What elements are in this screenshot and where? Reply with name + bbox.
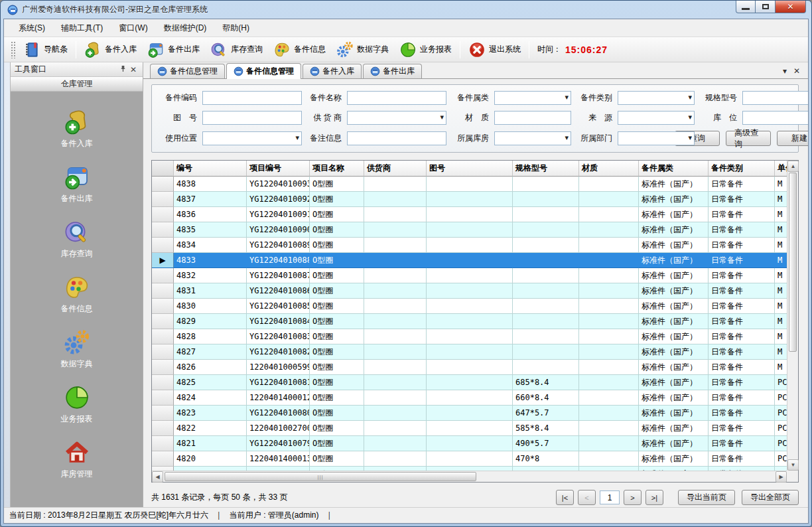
row-selector-cell[interactable] <box>152 222 174 238</box>
row-selector-cell[interactable] <box>152 207 174 222</box>
row-selector-cell[interactable] <box>152 344 174 360</box>
menu-window[interactable]: 窗口(W) <box>111 20 155 37</box>
advanced-query-button[interactable]: 高级查询 <box>726 131 771 146</box>
part-name-input[interactable] <box>347 91 446 105</box>
row-selector-cell[interactable] <box>152 436 174 451</box>
row-selector-cell[interactable] <box>152 192 174 207</box>
menu-data-maintain[interactable]: 数据维护(D) <box>156 20 215 37</box>
row-selector-cell[interactable] <box>152 421 174 436</box>
row-selector-cell[interactable] <box>152 451 174 467</box>
toolbar-part-info-button[interactable]: 备件信息 <box>268 38 331 61</box>
close-button[interactable]: ✕ <box>776 1 806 13</box>
vertical-scrollbar[interactable]: ▲ ▼ <box>787 161 798 471</box>
row-selector-cell[interactable]: ▶ <box>152 253 174 268</box>
drawing-no-input-field[interactable] <box>203 112 301 124</box>
table-row[interactable]: 4825YG12204010081O型圈685*8.4标准件（国产）日常备件PC <box>152 375 787 390</box>
spec-model-select[interactable] <box>742 91 808 105</box>
row-selector-cell[interactable] <box>152 238 174 253</box>
toolbar-part-outbound-button[interactable]: 备件出库 <box>142 38 205 61</box>
next-page-button[interactable]: > <box>624 490 642 505</box>
table-row[interactable]: 4835YG12204010090O型圈标准件（国产）日常备件M <box>152 222 787 238</box>
source-select[interactable] <box>618 111 695 125</box>
toolbar-nav-bar-button[interactable]: 导航条 <box>18 38 73 61</box>
toolbar-data-dictionary-button[interactable]: 数据字典 <box>331 38 394 61</box>
row-selector-cell[interactable] <box>152 390 174 406</box>
stock-location-select[interactable] <box>742 111 808 125</box>
table-row[interactable]: 4829YG12204010084O型圈标准件（国产）日常备件M <box>152 314 787 329</box>
material-input-field[interactable] <box>495 112 571 124</box>
part-code-input-field[interactable] <box>203 92 301 104</box>
table-row[interactable]: 4830YG12204010085O型圈标准件（国产）日常备件M <box>152 299 787 314</box>
department-select[interactable] <box>618 131 695 145</box>
grid-header-8[interactable]: 备件属类 <box>639 161 709 177</box>
tab-close-icon[interactable]: ✕ <box>793 66 800 76</box>
grid-header-4[interactable]: 供货商 <box>364 161 427 177</box>
tab-part-outbound[interactable]: 备件出库 <box>363 64 422 78</box>
row-selector-cell[interactable] <box>152 299 174 314</box>
table-row[interactable]: 48241220401400012O型圈660*8.4标准件（国产）日常备件PC <box>152 390 787 406</box>
grid-header-1[interactable]: 编号 <box>174 161 247 177</box>
table-row[interactable]: 48201220401400013O型圈470*8标准件（国产）日常备件PC <box>152 451 787 467</box>
pin-icon[interactable] <box>117 65 128 74</box>
part-attribute-select[interactable] <box>494 91 571 105</box>
drawing-no-input[interactable] <box>202 111 302 125</box>
grid-header-6[interactable]: 规格型号 <box>513 161 579 177</box>
row-selector-cell[interactable] <box>152 360 174 375</box>
row-selector-cell[interactable] <box>152 314 174 329</box>
grid-header-5[interactable]: 图号 <box>427 161 513 177</box>
vertical-scroll-thumb[interactable] <box>789 173 797 352</box>
grid-header-selector[interactable] <box>152 161 174 177</box>
table-row[interactable]: 4837YG12204010092O型圈标准件（国产）日常备件M <box>152 192 787 207</box>
scroll-left-icon[interactable]: ◀ <box>152 471 163 483</box>
supplier-select[interactable] <box>347 111 446 125</box>
prev-page-button[interactable]: < <box>578 490 596 505</box>
sidebar-item-part-outbound[interactable]: 备件出库 <box>37 164 117 204</box>
row-selector-cell[interactable] <box>152 467 174 471</box>
table-row[interactable]: 4827YG12204010082O型圈标准件（国产）日常备件M <box>152 344 787 360</box>
tab-part-inbound[interactable]: 备件入库 <box>303 64 362 78</box>
sidebar-item-business-report[interactable]: 业务报表 <box>37 384 117 425</box>
scroll-up-icon[interactable]: ▲ <box>787 161 799 172</box>
last-page-button[interactable]: >| <box>645 490 663 505</box>
menu-help[interactable]: 帮助(H) <box>214 20 257 37</box>
sidebar-item-part-inbound[interactable]: 备件入库 <box>37 109 117 149</box>
export-current-page-button[interactable]: 导出当前页 <box>678 490 735 505</box>
part-category-select[interactable] <box>618 91 695 105</box>
table-row[interactable]: 4832YG12204010087O型圈标准件（国产）日常备件M <box>152 268 787 283</box>
row-selector-cell[interactable] <box>152 329 174 344</box>
toolbar-stock-query-button[interactable]: 库存查询 <box>205 38 268 61</box>
create-button[interactable]: 新建 <box>777 131 808 146</box>
row-selector-cell[interactable] <box>152 177 174 192</box>
grid-header-3[interactable]: 项目名称 <box>310 161 364 177</box>
menu-system[interactable]: 系统(S) <box>11 20 53 37</box>
tab-part-info-management-2[interactable]: 备件信息管理 <box>226 63 301 79</box>
minimize-button[interactable] <box>736 1 756 13</box>
table-row[interactable]: 48261220401000599O型圈标准件（国产）日常备件M <box>152 360 787 375</box>
first-page-button[interactable]: |< <box>556 490 574 505</box>
table-row[interactable]: ▶4833YG12204010088O型圈标准件（国产）日常备件M <box>152 253 787 268</box>
part-code-input[interactable] <box>202 91 302 105</box>
table-row[interactable]: 4831YG12204010086O型圈标准件（国产）日常备件M <box>152 283 787 299</box>
grid-header-7[interactable]: 材质 <box>579 161 639 177</box>
remark-input-field[interactable] <box>348 132 446 145</box>
part-name-input-field[interactable] <box>348 92 446 104</box>
toolbar-grip[interactable] <box>11 41 15 58</box>
toolbar-part-inbound-button[interactable]: 备件入库 <box>79 38 142 61</box>
remark-input[interactable] <box>347 131 446 145</box>
material-input[interactable] <box>494 111 571 125</box>
tab-list-chevron-icon[interactable]: ▾ <box>783 66 787 76</box>
row-selector-cell[interactable] <box>152 268 174 283</box>
table-row[interactable]: 4823YG12204010080O型圈647*5.7标准件（国产）日常备件PC <box>152 406 787 421</box>
maximize-button[interactable] <box>756 1 776 13</box>
table-row[interactable]: 4834YG12204010089O型圈标准件（国产）日常备件M <box>152 238 787 253</box>
table-row[interactable]: O型圈标准件（国产）日常备件 <box>152 467 787 471</box>
menu-aux-tools[interactable]: 辅助工具(T) <box>53 20 111 37</box>
sidebar-item-part-info[interactable]: 备件信息 <box>37 274 117 315</box>
row-selector-cell[interactable] <box>152 375 174 390</box>
scroll-right-icon[interactable]: ▶ <box>776 471 787 483</box>
sidebar-item-warehouse-management[interactable]: 库房管理 <box>37 439 117 480</box>
usage-position-select[interactable] <box>202 131 302 145</box>
export-all-pages-button[interactable]: 导出全部页 <box>742 490 799 505</box>
toolbar-exit-system-button[interactable]: 退出系统 <box>463 38 526 61</box>
row-selector-cell[interactable] <box>152 283 174 299</box>
